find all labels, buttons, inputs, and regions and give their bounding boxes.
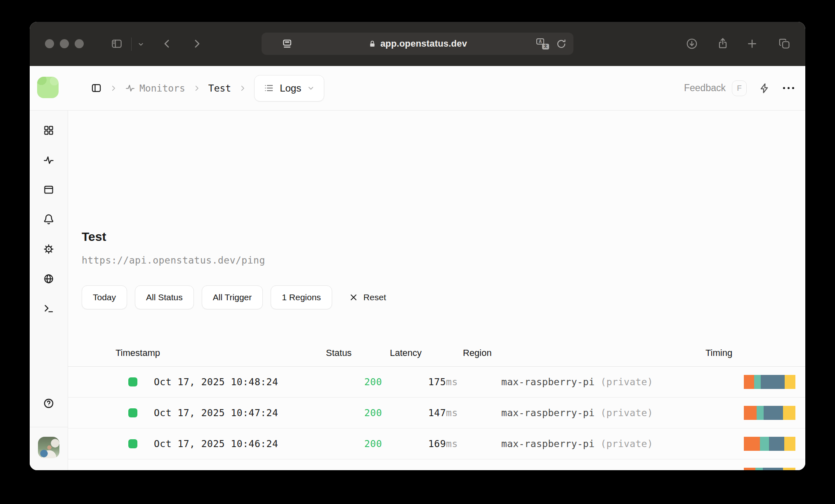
timing-segment <box>757 406 764 420</box>
status-page-icon[interactable] <box>43 184 54 195</box>
translate-icon[interactable]: A文 <box>536 38 549 49</box>
page-title: Test <box>82 230 106 244</box>
app-header: Monitors Test Logs <box>30 66 805 111</box>
row-region: max-raspberry-pi (private) <box>501 407 653 418</box>
feedback-shortcut-badge: F <box>732 80 747 96</box>
zap-icon[interactable] <box>759 82 770 94</box>
filter-period-button[interactable]: Today <box>82 285 127 309</box>
address-bar[interactable]: app.openstatus.dev A文 <box>262 33 573 55</box>
feedback-button[interactable]: Feedback <box>684 82 726 94</box>
tab-overview-icon[interactable] <box>778 37 791 50</box>
row-latency: 175ms <box>428 377 458 387</box>
chevron-down-icon <box>307 84 315 92</box>
column-header-timing: Timing <box>705 348 732 358</box>
log-table-row[interactable]: Oct 17, 2025 10:46:24 200 169ms max-rasp… <box>68 429 805 459</box>
timing-segment <box>755 468 763 470</box>
region-private-suffix: (private) <box>601 469 653 470</box>
filter-status-button[interactable]: All Status <box>135 285 194 309</box>
column-header-region: Region <box>463 348 492 358</box>
list-icon <box>264 83 274 93</box>
chevron-down-icon[interactable] <box>137 41 144 48</box>
timing-segment <box>754 375 761 389</box>
filter-bar: Today All Status All Trigger 1 Regions R… <box>82 285 386 309</box>
column-header-latency: Latency <box>390 348 422 358</box>
timing-segment <box>783 406 795 420</box>
chevron-right-icon <box>110 85 117 92</box>
log-table: Timestamp Status Latency Region Timing O… <box>68 339 805 470</box>
timing-segment <box>769 437 785 451</box>
timing-bar <box>744 437 795 451</box>
downloads-icon[interactable] <box>686 38 698 50</box>
timing-bar <box>744 468 795 470</box>
workspace-logo[interactable] <box>37 77 59 98</box>
row-latency: 169ms <box>428 438 458 449</box>
breadcrumb-monitors[interactable]: Monitors <box>125 83 185 94</box>
timing-segment <box>761 375 785 389</box>
row-timestamp: Oct 17, 2025 10:48:24 <box>154 377 278 387</box>
zoom-window-button[interactable] <box>75 39 84 48</box>
filter-trigger-button[interactable]: All Trigger <box>202 285 263 309</box>
breadcrumb-monitor-name[interactable]: Test <box>208 83 231 94</box>
row-latency: 145ms <box>428 469 458 470</box>
activity-icon <box>125 83 135 93</box>
row-status-code: 200 <box>364 407 382 418</box>
timing-segment <box>744 437 760 451</box>
column-header-status: Status <box>326 348 351 358</box>
row-status-code: 200 <box>364 438 382 449</box>
timing-segment <box>763 468 783 470</box>
reset-filters-button[interactable]: Reset <box>349 292 386 302</box>
row-region: max-raspberry-pi (private) <box>501 469 653 470</box>
gear-icon[interactable] <box>43 243 54 255</box>
status-indicator <box>128 377 137 386</box>
column-header-timestamp: Timestamp <box>116 348 160 358</box>
panel-left-icon[interactable] <box>91 82 102 94</box>
view-selector-logs[interactable]: Logs <box>254 75 324 101</box>
timing-segment <box>744 406 757 420</box>
monitors-activity-icon[interactable] <box>43 154 54 166</box>
back-icon[interactable] <box>161 38 173 50</box>
globe-icon[interactable] <box>43 273 54 285</box>
bell-icon[interactable] <box>43 214 54 225</box>
browser-window: app.openstatus.dev A文 <box>30 22 805 470</box>
log-table-row[interactable]: Oct 17, 2025 10:47:24 200 147ms max-rasp… <box>68 398 805 429</box>
address-bar-domain[interactable]: app.openstatus.dev <box>380 38 467 49</box>
view-selector-label: Logs <box>280 82 301 94</box>
chevron-right-icon <box>239 85 246 92</box>
close-window-button[interactable] <box>45 39 54 48</box>
titlebar-divider <box>131 38 132 51</box>
row-region: max-raspberry-pi (private) <box>501 438 653 449</box>
more-options-icon[interactable] <box>783 87 794 89</box>
region-private-suffix: (private) <box>601 438 653 449</box>
sidebar-divider <box>30 427 68 427</box>
reload-icon[interactable] <box>556 38 567 49</box>
minimize-window-button[interactable] <box>60 39 69 48</box>
status-indicator <box>128 408 137 417</box>
timing-segment <box>744 375 754 389</box>
timing-segment <box>784 437 795 451</box>
timing-segment <box>764 406 783 420</box>
row-timestamp: Oct 17, 2025 10:45:24 <box>154 469 278 470</box>
row-status-code: 200 <box>364 469 382 470</box>
log-table-row[interactable]: Oct 17, 2025 10:48:24 200 175ms max-rasp… <box>68 367 805 398</box>
forward-icon[interactable] <box>191 38 203 50</box>
row-status-code: 200 <box>364 377 382 387</box>
terminal-icon[interactable] <box>43 303 54 314</box>
new-tab-icon[interactable] <box>746 38 758 50</box>
log-table-body: Oct 17, 2025 10:48:24 200 175ms max-rasp… <box>68 367 805 470</box>
breadcrumb: Monitors Test Logs <box>91 66 324 110</box>
filter-regions-button[interactable]: 1 Regions <box>271 285 332 309</box>
region-private-suffix: (private) <box>601 377 653 387</box>
log-table-row[interactable]: Oct 17, 2025 10:45:24 200 145ms max-rasp… <box>68 459 805 470</box>
help-icon[interactable] <box>43 398 54 409</box>
sidebar-toggle-icon[interactable] <box>111 38 123 50</box>
timing-bar <box>744 406 795 420</box>
dashboard-grid-icon[interactable] <box>43 125 54 136</box>
row-timestamp: Oct 17, 2025 10:47:24 <box>154 407 278 418</box>
app-sidebar <box>30 111 68 470</box>
latency-unit: ms <box>446 469 458 470</box>
user-avatar[interactable] <box>38 437 59 458</box>
lock-icon <box>368 40 377 48</box>
x-icon <box>349 293 358 302</box>
timing-segment <box>744 468 755 470</box>
share-icon[interactable] <box>716 37 729 50</box>
